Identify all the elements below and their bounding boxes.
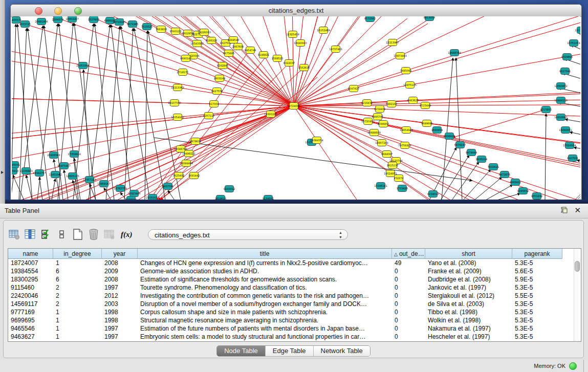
graph-node[interactable]: 2055725 bbox=[19, 21, 31, 28]
graph-node[interactable]: 7632621 bbox=[488, 164, 499, 170]
table-row[interactable]: 946554611997Estimation of the future num… bbox=[8, 325, 562, 333]
graph-node[interactable]: 2284374 bbox=[52, 16, 63, 23]
scrollbar-thumb[interactable] bbox=[575, 261, 580, 272]
table-settings-icon[interactable] bbox=[8, 228, 21, 241]
graph-node[interactable]: 8471676 bbox=[499, 171, 510, 178]
graph-node[interactable]: 16152489 bbox=[317, 27, 330, 34]
graph-node[interactable]: 1691442 bbox=[188, 172, 200, 179]
function-builder-icon[interactable]: f(x) bbox=[121, 230, 133, 239]
column-header-in_degree[interactable]: in_degree bbox=[53, 249, 102, 259]
table-row[interactable]: 1938455462009Genome-wide association stu… bbox=[8, 268, 562, 276]
graph-node[interactable]: 2284546 bbox=[228, 37, 239, 43]
graph-node[interactable]: 16543382 bbox=[190, 40, 203, 47]
graph-node[interactable]: 2718170 bbox=[177, 69, 188, 76]
control-panel-collapsed-strip[interactable] bbox=[0, 0, 5, 204]
graph-node[interactable]: 2935114 bbox=[476, 156, 487, 163]
graph-node[interactable]: 1047427 bbox=[348, 85, 359, 92]
column-header-short[interactable]: short bbox=[425, 249, 512, 259]
graph-node[interactable]: 7625402 bbox=[173, 172, 184, 179]
graph-node[interactable]: 7663822 bbox=[156, 26, 167, 33]
column-header-pagerank[interactable]: pagerank bbox=[512, 249, 562, 259]
graph-node[interactable]: 9154013 bbox=[427, 191, 439, 198]
graph-node[interactable]: 18907249 bbox=[375, 140, 388, 146]
graph-node[interactable]: 9267110 bbox=[203, 113, 214, 119]
graph-node[interactable]: 9560123 bbox=[170, 28, 181, 35]
graph-node[interactable]: 79756928 bbox=[398, 142, 411, 149]
tab-network-table[interactable]: Network Table bbox=[314, 346, 370, 356]
row-tools-icon[interactable] bbox=[55, 228, 69, 241]
graph-node[interactable]: 1840954 bbox=[431, 127, 443, 134]
graph-node[interactable]: 8938923 bbox=[444, 133, 455, 140]
graph-node[interactable]: 12444133 bbox=[554, 97, 567, 104]
graph-node[interactable]: 9146821 bbox=[258, 52, 269, 58]
new-document-icon[interactable] bbox=[71, 228, 84, 241]
graph-node[interactable]: 11325419 bbox=[286, 31, 299, 38]
table-row[interactable]: 2242004622012Investigating the contribut… bbox=[8, 292, 562, 300]
graph-node[interactable]: 3915913 bbox=[12, 168, 18, 174]
graph-node[interactable]: 12213363 bbox=[171, 84, 184, 91]
network-canvas[interactable]: 1405571205572520691406228437410653287152… bbox=[12, 16, 580, 200]
graph-node[interactable]: 9457791 bbox=[162, 183, 173, 190]
graph-node[interactable]: 9684067 bbox=[381, 151, 393, 158]
graph-node[interactable]: 1051232 bbox=[531, 193, 542, 200]
table-row[interactable]: 977716911998Corpus callosum shape and si… bbox=[8, 309, 562, 317]
tab-edge-table[interactable]: Edge Table bbox=[266, 346, 314, 356]
column-header-name[interactable]: name bbox=[8, 249, 53, 259]
graph-node[interactable]: 16648784 bbox=[448, 50, 461, 56]
expand-arrow-icon[interactable] bbox=[1, 171, 4, 174]
delete-rows-icon[interactable] bbox=[87, 228, 100, 241]
table-row[interactable]: 969969511998Structural magnetic resonanc… bbox=[8, 317, 562, 325]
graph-node[interactable]: 10653287 bbox=[66, 16, 78, 23]
graph-node[interactable]: 1588520 bbox=[272, 55, 283, 62]
graph-node[interactable]: 8096957 bbox=[378, 121, 389, 127]
graph-node[interactable]: 15196141 bbox=[374, 183, 387, 189]
graph-node[interactable]: 19737493 bbox=[329, 46, 342, 53]
select-all-rows-icon[interactable] bbox=[39, 228, 53, 241]
graph-node[interactable]: 20053346 bbox=[76, 62, 89, 69]
graph-node[interactable]: 9245012 bbox=[224, 186, 235, 192]
graph-node[interactable]: 9515449 bbox=[420, 102, 431, 109]
graph-node[interactable]: 12975115 bbox=[403, 82, 416, 89]
graph-node[interactable]: 8322037 bbox=[284, 60, 295, 67]
graph-node[interactable]: 9154409 bbox=[374, 106, 385, 113]
graph-node[interactable]: 1527602 bbox=[88, 16, 99, 23]
graph-node[interactable]: 7485063 bbox=[400, 68, 411, 74]
close-panel-icon[interactable]: ✕ bbox=[574, 206, 581, 214]
graph-node[interactable]: 12923446 bbox=[127, 190, 140, 197]
graph-node[interactable]: 9890147 bbox=[180, 55, 191, 62]
table-row[interactable]: 1456911722003Disruption of a novel membe… bbox=[8, 300, 562, 309]
graph-node[interactable]: 9245652 bbox=[517, 188, 529, 194]
graph-node[interactable]: 9242845 bbox=[217, 62, 228, 69]
tab-node-table[interactable]: Node Table bbox=[217, 346, 266, 356]
graph-node[interactable]: 1065412 bbox=[510, 179, 521, 186]
graph-node[interactable]: 1167531 bbox=[567, 155, 578, 162]
graph-node[interactable]: 9671385 bbox=[127, 21, 138, 28]
table-row[interactable]: 1830029562008Estimation of significance … bbox=[8, 276, 562, 284]
graph-node[interactable]: 15751074 bbox=[567, 40, 580, 47]
table-row[interactable]: 946362711997Embryonic stem cells: a mode… bbox=[8, 333, 562, 341]
graph-node[interactable]: 18107550 bbox=[168, 100, 181, 106]
column-header-title[interactable]: title bbox=[138, 249, 392, 259]
table-row[interactable]: 911546021997Tourette syndrome. Phenomeno… bbox=[8, 284, 562, 292]
graph-node[interactable]: 11173456 bbox=[575, 27, 580, 34]
graph-node[interactable]: 16640910 bbox=[294, 40, 307, 47]
graph-node[interactable]: 9878631 bbox=[190, 138, 201, 145]
graph-node[interactable]: 6479197 bbox=[454, 142, 466, 148]
graph-node[interactable]: 1733426 bbox=[397, 185, 408, 192]
graph-node[interactable]: 9227341 bbox=[559, 68, 571, 75]
graph-node[interactable]: 8572302 bbox=[364, 16, 376, 22]
graph-node[interactable]: 2867608 bbox=[232, 43, 244, 50]
graph-node[interactable]: 8912954 bbox=[182, 30, 193, 37]
graph-node[interactable]: 12213967 bbox=[386, 39, 399, 46]
graph-node[interactable]: 7515526 bbox=[141, 24, 153, 30]
node-table[interactable]: namein_degreeyeartitle△out_de…shortpager… bbox=[8, 248, 581, 342]
graph-node[interactable]: 1562615 bbox=[298, 64, 310, 71]
graph-node[interactable]: 11156883 bbox=[19, 168, 32, 174]
graph-node[interactable]: 1385051 bbox=[12, 162, 20, 168]
table-row[interactable]: 1872400712008Changes of HCN gene express… bbox=[8, 259, 562, 268]
graph-node[interactable]: 917004 bbox=[209, 101, 219, 107]
graph-node[interactable]: 8215955 bbox=[540, 106, 552, 113]
graph-node[interactable]: 8186328 bbox=[206, 37, 217, 44]
table-selector-combobox[interactable]: citations_edges.txt ▲▼ bbox=[148, 229, 348, 240]
graph-node[interactable]: 252274 bbox=[394, 175, 403, 182]
